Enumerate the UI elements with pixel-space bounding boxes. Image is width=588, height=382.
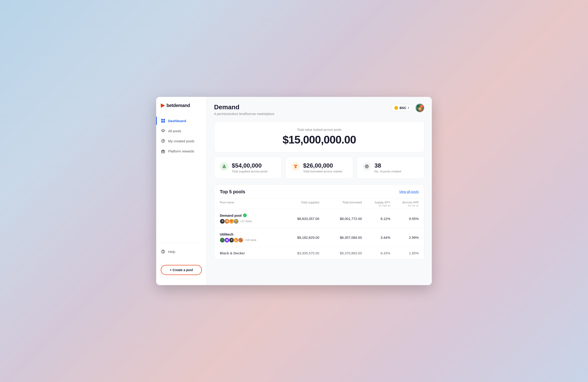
- supplied-value-2: $3,935,575.00: [276, 251, 319, 255]
- supplied-label: Total supplied across pools: [232, 170, 268, 173]
- token-icons-0: ✕ ⊕ 🦊 🐱 +17 more: [220, 219, 276, 224]
- sidebar-label-help: Help: [168, 250, 175, 254]
- sidebar-item-my-created-pools[interactable]: My created pools: [156, 136, 207, 146]
- svg-point-10: [163, 252, 163, 253]
- network-label: BSC: [399, 106, 406, 110]
- sidebar-bottom: + Create a pool: [156, 260, 207, 280]
- th-total-supplied: Total supplied: [276, 201, 319, 207]
- token-icon-0-1: ⊕: [224, 219, 230, 224]
- token-icon-1-1: ◈: [224, 238, 230, 243]
- pool-name-cell-0: Demand pool ✓ ✕ ⊕ 🦊 🐱 +17 more: [220, 214, 276, 224]
- sidebar-label-dashboard: Dashboard: [168, 119, 186, 123]
- pools-section: Top 5 pools View all pools Pool name Tot…: [214, 184, 424, 260]
- sidebar-item-all-pools[interactable]: All pools: [156, 126, 207, 136]
- sidebar-item-dashboard[interactable]: Dashboard: [156, 116, 207, 126]
- supplied-value-1: $9,182,829.00: [276, 236, 319, 240]
- pool-name-1: Utilitech: [220, 232, 233, 236]
- nav-list: Dashboard All pools: [156, 116, 207, 243]
- bsc-icon: 🔸: [394, 106, 398, 110]
- pool-name-row-1: Utilitech: [220, 232, 276, 236]
- sidebar-label-all-pools: All pools: [168, 129, 181, 133]
- table-header: Pool name Total supplied Total borrowed …: [214, 198, 424, 209]
- sidebar-label-my-created-pools: My created pools: [168, 139, 194, 143]
- borrow-apr-1: 2.99%: [390, 236, 419, 240]
- chevron-down-icon: ▾: [408, 106, 409, 109]
- svg-point-5: [163, 141, 164, 141]
- sidebar-item-platform-rewards[interactable]: Platform rewards: [156, 146, 207, 156]
- borrowed-icon: [291, 162, 300, 171]
- svg-rect-1: [163, 119, 165, 121]
- sidebar-item-help[interactable]: Help: [161, 246, 202, 257]
- pool-name-0: Demand pool: [220, 214, 242, 217]
- stat-card-supplied: $54,00,000 Total supplied across pools: [214, 156, 282, 179]
- stat-info-supplied: $54,00,000 Total supplied across pools: [232, 162, 268, 173]
- pools-value: 38: [374, 162, 401, 169]
- dial-icon: [161, 139, 165, 143]
- help-icon: [161, 249, 165, 254]
- stats-row: $54,00,000 Total supplied across pools $…: [214, 156, 424, 179]
- view-all-link[interactable]: View all pools: [399, 190, 419, 194]
- logo-icon: ▶: [161, 102, 165, 108]
- token-icon-0-2: 🦊: [229, 219, 234, 224]
- sidebar-label-platform-rewards: Platform rewards: [168, 149, 194, 153]
- sidebar: ▶ betdemand Dashboard: [156, 97, 207, 285]
- svg-rect-3: [163, 121, 165, 122]
- pools-header: Top 5 pools View all pools: [214, 184, 424, 198]
- layers-icon: [161, 129, 165, 133]
- network-selector[interactable]: 🔸 BSC ▾: [391, 104, 413, 112]
- supply-apy-2: 6.43%: [362, 251, 390, 255]
- main-content: Demand A permissionless lend/borrow mark…: [207, 97, 432, 285]
- token-icon-1-3: 🦄: [233, 238, 239, 243]
- borrowed-value: $26,00,000: [303, 162, 342, 169]
- stat-info-pools: 38 No. of pools created: [374, 162, 401, 173]
- table-row[interactable]: Black & Decker $3,935,575.00 $9,370,863.…: [214, 247, 424, 259]
- supplied-icon: [220, 162, 229, 171]
- stat-info-borrowed: $26,00,000 Total borrowed across market: [303, 162, 342, 173]
- token-more-0: +17 more: [240, 220, 252, 223]
- dashboard-icon: [161, 119, 165, 123]
- borrowed-value-0: $8,001,772.00: [319, 217, 362, 221]
- pools-title: Top 5 pools: [220, 189, 245, 194]
- th-total-borrowed: Total borrowed: [319, 201, 362, 207]
- stat-card-pools: 38 No. of pools created: [357, 156, 424, 179]
- tvl-card: Total value locked across pools $15,000,…: [214, 121, 424, 153]
- stat-card-borrowed: $26,00,000 Total borrowed across market: [286, 156, 353, 179]
- svg-point-14: [366, 166, 368, 167]
- page-subtitle: A permissionless lend/borrow marketplace: [214, 112, 274, 116]
- avatar-image: [416, 104, 424, 112]
- avatar[interactable]: [415, 103, 424, 113]
- token-icon-1-0: 🌿: [220, 238, 225, 243]
- pools-icon: [362, 162, 371, 171]
- app-window: ▶ betdemand Dashboard: [156, 97, 432, 285]
- header-right: 🔸 BSC ▾: [391, 103, 424, 113]
- top-header: Demand A permissionless lend/borrow mark…: [214, 103, 424, 116]
- th-borrow-apr: Borrow APR As low as: [390, 201, 419, 207]
- token-icon-0-3: 🐱: [233, 219, 239, 224]
- page-title: Demand: [214, 103, 274, 111]
- supplied-value-0: $8,833,357.00: [276, 217, 319, 221]
- pool-name-cell-1: Utilitech 🌿 ◈ ✕ 🦄 🐾 +16 more: [220, 232, 276, 243]
- token-icon-1-2: ✕: [229, 238, 234, 243]
- pool-name-cell-2: Black & Decker: [220, 251, 276, 255]
- borrow-apr-2: 1.65%: [390, 251, 419, 255]
- borrowed-label: Total borrowed across market: [303, 170, 342, 173]
- create-pool-button[interactable]: + Create a pool: [161, 265, 202, 275]
- token-icon-1-4: 🐾: [238, 238, 243, 243]
- borrowed-value-1: $6,357,084.00: [319, 236, 362, 240]
- pool-name-row-2: Black & Decker: [220, 251, 276, 255]
- svg-rect-2: [161, 121, 163, 122]
- table-row[interactable]: Demand pool ✓ ✕ ⊕ 🦊 🐱 +17 more $8,833,35…: [214, 209, 424, 228]
- logo-area: ▶ betdemand: [156, 102, 207, 116]
- token-more-1: +16 more: [245, 239, 256, 242]
- table-row[interactable]: Utilitech 🌿 ◈ ✕ 🦄 🐾 +16 more $9,182,829.…: [214, 228, 424, 247]
- tvl-value: $15,000,000.00: [221, 133, 418, 146]
- supply-apy-1: 3.44%: [362, 236, 390, 240]
- logo-text: betdemand: [167, 103, 190, 108]
- supplied-value: $54,00,000: [232, 162, 268, 169]
- pool-name-2: Black & Decker: [220, 251, 245, 255]
- tvl-label: Total value locked across pools: [221, 128, 418, 132]
- svg-rect-0: [161, 119, 163, 121]
- supply-apy-0: 8.12%: [362, 217, 390, 221]
- verified-badge-0: ✓: [243, 214, 247, 217]
- pools-label: No. of pools created: [374, 170, 401, 173]
